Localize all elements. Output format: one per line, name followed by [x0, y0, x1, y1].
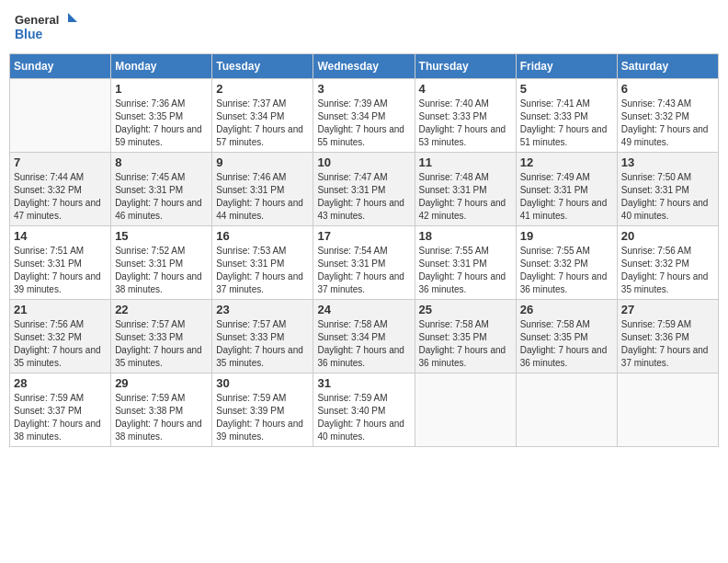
calendar-cell: 26Sunrise: 7:58 AMSunset: 3:35 PMDayligh… [516, 300, 617, 373]
day-number: 8 [115, 155, 208, 169]
day-info: Sunrise: 7:59 AMSunset: 3:39 PMDaylight:… [216, 392, 309, 443]
day-info: Sunrise: 7:59 AMSunset: 3:40 PMDaylight:… [317, 392, 410, 443]
day-number: 5 [520, 82, 613, 96]
calendar-cell: 19Sunrise: 7:55 AMSunset: 3:32 PMDayligh… [516, 226, 617, 300]
day-number: 22 [115, 303, 208, 316]
day-info: Sunrise: 7:46 AMSunset: 3:31 PMDaylight:… [216, 171, 309, 223]
day-info: Sunrise: 7:58 AMSunset: 3:35 PMDaylight:… [419, 318, 512, 370]
day-number: 9 [216, 155, 309, 169]
calendar-cell: 28Sunrise: 7:59 AMSunset: 3:37 PMDayligh… [10, 373, 111, 447]
calendar-cell: 21Sunrise: 7:56 AMSunset: 3:32 PMDayligh… [10, 300, 111, 373]
weekday-header: Wednesday [313, 54, 415, 79]
day-info: Sunrise: 7:53 AMSunset: 3:31 PMDaylight:… [216, 245, 309, 296]
calendar-cell: 17Sunrise: 7:54 AMSunset: 3:31 PMDayligh… [313, 226, 415, 300]
day-number: 2 [216, 82, 309, 96]
day-number: 21 [14, 303, 107, 316]
day-info: Sunrise: 7:59 AMSunset: 3:36 PMDaylight:… [621, 318, 714, 370]
svg-marker-2 [68, 13, 77, 22]
calendar-cell: 25Sunrise: 7:58 AMSunset: 3:35 PMDayligh… [415, 300, 516, 373]
calendar-cell: 5Sunrise: 7:41 AMSunset: 3:33 PMDaylight… [516, 79, 617, 153]
day-info: Sunrise: 7:52 AMSunset: 3:31 PMDaylight:… [115, 245, 208, 296]
calendar-cell: 12Sunrise: 7:49 AMSunset: 3:31 PMDayligh… [516, 153, 617, 226]
calendar-cell [516, 373, 617, 447]
calendar-cell [10, 79, 111, 153]
logo-svg: General Blue [13, 9, 77, 46]
calendar-cell: 9Sunrise: 7:46 AMSunset: 3:31 PMDaylight… [212, 153, 313, 226]
day-number: 31 [317, 376, 410, 390]
calendar-cell: 15Sunrise: 7:52 AMSunset: 3:31 PMDayligh… [111, 226, 212, 300]
calendar-header-row: SundayMondayTuesdayWednesdayThursdayFrid… [10, 54, 719, 79]
day-number: 4 [419, 82, 512, 96]
day-info: Sunrise: 7:54 AMSunset: 3:31 PMDaylight:… [317, 245, 410, 296]
day-number: 6 [621, 82, 714, 96]
day-info: Sunrise: 7:45 AMSunset: 3:31 PMDaylight:… [115, 171, 208, 223]
calendar-week-row: 21Sunrise: 7:56 AMSunset: 3:32 PMDayligh… [10, 300, 719, 373]
calendar-cell [415, 373, 516, 447]
calendar-cell [617, 373, 718, 447]
svg-text:General: General [15, 13, 59, 27]
day-number: 15 [115, 229, 208, 243]
svg-text:Blue: Blue [15, 27, 43, 41]
calendar-cell: 29Sunrise: 7:59 AMSunset: 3:38 PMDayligh… [111, 373, 212, 447]
calendar-cell: 3Sunrise: 7:39 AMSunset: 3:34 PMDaylight… [313, 79, 415, 153]
calendar-cell: 10Sunrise: 7:47 AMSunset: 3:31 PMDayligh… [313, 153, 415, 226]
calendar-cell: 13Sunrise: 7:50 AMSunset: 3:31 PMDayligh… [617, 153, 718, 226]
calendar-cell: 11Sunrise: 7:48 AMSunset: 3:31 PMDayligh… [415, 153, 516, 226]
day-info: Sunrise: 7:55 AMSunset: 3:31 PMDaylight:… [419, 245, 512, 296]
day-number: 18 [419, 229, 512, 243]
day-number: 29 [115, 376, 208, 390]
day-info: Sunrise: 7:49 AMSunset: 3:31 PMDaylight:… [520, 171, 613, 223]
calendar-cell: 2Sunrise: 7:37 AMSunset: 3:34 PMDaylight… [212, 79, 313, 153]
calendar-cell: 30Sunrise: 7:59 AMSunset: 3:39 PMDayligh… [212, 373, 313, 447]
weekday-header: Saturday [617, 54, 718, 79]
day-number: 17 [317, 229, 410, 243]
weekday-header: Friday [516, 54, 617, 79]
day-number: 3 [317, 82, 410, 96]
weekday-header: Tuesday [212, 54, 313, 79]
calendar-cell: 1Sunrise: 7:36 AMSunset: 3:35 PMDaylight… [111, 79, 212, 153]
weekday-header: Sunday [10, 54, 111, 79]
calendar-cell: 16Sunrise: 7:53 AMSunset: 3:31 PMDayligh… [212, 226, 313, 300]
day-number: 1 [115, 82, 208, 96]
calendar-cell: 8Sunrise: 7:45 AMSunset: 3:31 PMDaylight… [111, 153, 212, 226]
calendar-cell: 31Sunrise: 7:59 AMSunset: 3:40 PMDayligh… [313, 373, 415, 447]
day-info: Sunrise: 7:47 AMSunset: 3:31 PMDaylight:… [317, 171, 410, 223]
calendar-cell: 27Sunrise: 7:59 AMSunset: 3:36 PMDayligh… [617, 300, 718, 373]
day-info: Sunrise: 7:58 AMSunset: 3:34 PMDaylight:… [317, 318, 410, 370]
weekday-header: Monday [111, 54, 212, 79]
calendar-cell: 18Sunrise: 7:55 AMSunset: 3:31 PMDayligh… [415, 226, 516, 300]
calendar-cell: 22Sunrise: 7:57 AMSunset: 3:33 PMDayligh… [111, 300, 212, 373]
day-number: 23 [216, 303, 309, 316]
day-info: Sunrise: 7:48 AMSunset: 3:31 PMDaylight:… [419, 171, 512, 223]
day-number: 28 [14, 376, 107, 390]
weekday-header: Thursday [415, 54, 516, 79]
day-number: 25 [419, 303, 512, 316]
day-number: 7 [14, 155, 107, 169]
day-number: 16 [216, 229, 309, 243]
day-info: Sunrise: 7:37 AMSunset: 3:34 PMDaylight:… [216, 98, 309, 149]
day-number: 26 [520, 303, 613, 316]
calendar-cell: 24Sunrise: 7:58 AMSunset: 3:34 PMDayligh… [313, 300, 415, 373]
day-info: Sunrise: 7:55 AMSunset: 3:32 PMDaylight:… [520, 245, 613, 296]
day-info: Sunrise: 7:40 AMSunset: 3:33 PMDaylight:… [419, 98, 512, 149]
page-header: General Blue [9, 9, 719, 46]
day-number: 27 [621, 303, 714, 316]
day-number: 30 [216, 376, 309, 390]
logo: General Blue [13, 9, 77, 46]
day-info: Sunrise: 7:39 AMSunset: 3:34 PMDaylight:… [317, 98, 410, 149]
day-number: 10 [317, 155, 410, 169]
day-info: Sunrise: 7:51 AMSunset: 3:31 PMDaylight:… [14, 245, 107, 296]
day-info: Sunrise: 7:50 AMSunset: 3:31 PMDaylight:… [621, 171, 714, 223]
calendar-week-row: 1Sunrise: 7:36 AMSunset: 3:35 PMDaylight… [10, 79, 719, 153]
calendar-cell: 20Sunrise: 7:56 AMSunset: 3:32 PMDayligh… [617, 226, 718, 300]
day-number: 19 [520, 229, 613, 243]
day-info: Sunrise: 7:59 AMSunset: 3:38 PMDaylight:… [115, 392, 208, 443]
day-info: Sunrise: 7:58 AMSunset: 3:35 PMDaylight:… [520, 318, 613, 370]
day-number: 14 [14, 229, 107, 243]
day-info: Sunrise: 7:44 AMSunset: 3:32 PMDaylight:… [14, 171, 107, 223]
calendar-cell: 23Sunrise: 7:57 AMSunset: 3:33 PMDayligh… [212, 300, 313, 373]
calendar-cell: 14Sunrise: 7:51 AMSunset: 3:31 PMDayligh… [10, 226, 111, 300]
calendar-table: SundayMondayTuesdayWednesdayThursdayFrid… [9, 53, 719, 447]
calendar-week-row: 14Sunrise: 7:51 AMSunset: 3:31 PMDayligh… [10, 226, 719, 300]
day-info: Sunrise: 7:56 AMSunset: 3:32 PMDaylight:… [14, 318, 107, 370]
